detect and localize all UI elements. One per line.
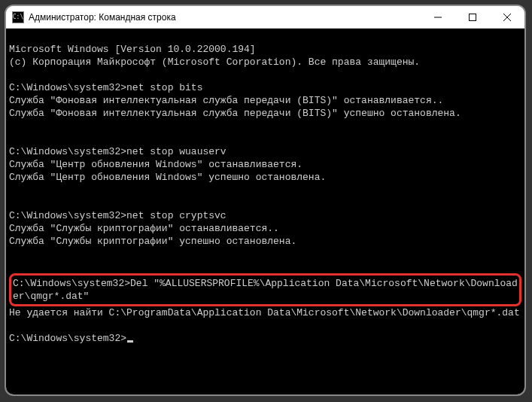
error-line: Не удается найти C:\ProgramData\Applicat… [9,306,521,319]
output-line: Служба "Службы криптографии" останавлива… [9,222,521,235]
close-button[interactable] [490,6,524,29]
minimize-button[interactable] [421,6,455,29]
output-line: Служба "Фоновая интеллектуальная служба … [9,107,521,120]
cmd-window: C:\ Администратор: Командная строка Micr… [6,6,524,394]
output-line: Служба "Службы криптографии" успешно ост… [9,235,521,248]
command-text: net stop bits [126,82,202,93]
prompt: C:\Windows\system32> [9,82,126,93]
window-title: Администратор: Командная строка [29,12,421,23]
cursor-icon [127,340,133,343]
command-text: net stop cryptsvc [126,210,226,221]
banner-copyright: (c) Корпорация Майкрософт (Microsoft Cor… [9,56,521,69]
svg-rect-1 [470,14,476,20]
output-line: Служба "Центр обновления Windows" успешн… [9,171,521,184]
output-line: Служба "Центр обновления Windows" остана… [9,158,521,171]
terminal-output[interactable]: Microsoft Windows [Version 10.0.22000.19… [6,29,524,394]
titlebar[interactable]: C:\ Администратор: Командная строка [6,6,524,29]
prompt: C:\Windows\system32> [9,210,126,221]
output-line: Служба "Фоновая интеллектуальная служба … [9,94,521,107]
prompt: C:\Windows\system32> [9,146,126,157]
highlighted-command: C:\Windows\system32>Del "%ALLUSERSPROFIL… [9,273,521,306]
cmd-icon: C:\ [12,11,24,23]
command-text: net stop wuauserv [126,146,226,157]
prompt: C:\Windows\system32> [9,333,126,344]
maximize-button[interactable] [455,6,490,29]
banner-version: Microsoft Windows [Version 10.0.22000.19… [9,43,521,56]
prompt: C:\Windows\system32> [13,278,130,289]
